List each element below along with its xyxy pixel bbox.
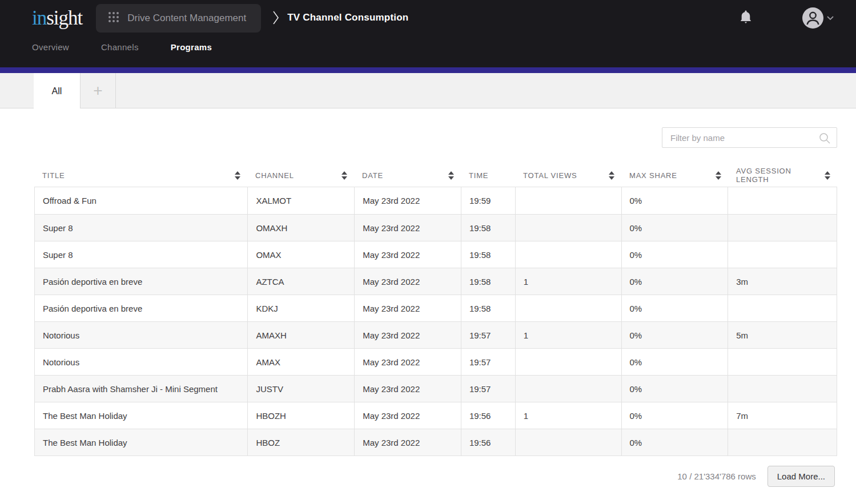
nav-item-overview[interactable]: Overview [32, 42, 69, 52]
view-tabstrip: All + [0, 73, 856, 108]
table-body: Offroad & Fun XALMOT May 23rd 2022 19:59… [34, 187, 837, 456]
nav-item-channels[interactable]: Channels [101, 42, 139, 52]
cell-title: Notorious [35, 322, 247, 348]
table-row[interactable]: Super 8 OMAX May 23rd 2022 19:58 0% [35, 241, 837, 268]
tab-all[interactable]: All [34, 73, 80, 109]
plus-icon: + [93, 82, 102, 100]
table-row[interactable]: Offroad & Fun XALMOT May 23rd 2022 19:59… [35, 187, 837, 214]
logo-text-white: sight [46, 7, 82, 29]
cell-date: May 23rd 2022 [354, 402, 461, 429]
cell-title: Offroad & Fun [35, 187, 247, 214]
sort-icon[interactable] [448, 171, 454, 180]
cell-date: May 23rd 2022 [354, 215, 461, 241]
cell-time: 19:59 [461, 187, 515, 214]
column-header-avg-session-length[interactable]: AVG SESSION LENGTH [728, 167, 837, 184]
cell-time: 19:58 [461, 215, 515, 241]
table-row[interactable]: Notorious AMAX May 23rd 2022 19:57 0% [35, 348, 837, 375]
cell-title: Pasión deportiva en breve [35, 295, 247, 321]
cell-title: Prabh Aasra with Shamsher Ji - Mini Segm… [35, 376, 247, 402]
cell-total-views [515, 295, 621, 321]
cell-total-views [515, 187, 621, 214]
load-more-button[interactable]: Load More... [767, 466, 835, 487]
cell-avg-session-length [728, 215, 837, 241]
accent-bar [0, 67, 856, 73]
cell-avg-session-length [728, 376, 837, 402]
cell-channel: AMAXH [247, 322, 354, 348]
filter-field [662, 127, 837, 148]
table-row[interactable]: The Best Man Holiday HBOZ May 23rd 2022 … [35, 429, 837, 455]
sort-icon[interactable] [235, 171, 240, 180]
cell-total-views [515, 429, 621, 455]
sort-icon[interactable] [609, 171, 614, 180]
cell-time: 19:56 [461, 429, 515, 455]
filter-input[interactable] [662, 127, 837, 148]
cell-date: May 23rd 2022 [354, 322, 461, 348]
cell-title: Pasión deportiva en breve [35, 268, 247, 295]
table-footer: 10 / 21'334'786 rows Load More... [0, 466, 835, 487]
cell-time: 19:58 [461, 268, 515, 295]
user-menu[interactable] [802, 7, 834, 29]
cell-avg-session-length [728, 295, 837, 321]
cell-max-share: 0% [621, 402, 728, 429]
page-title: TV Channel Consumption [287, 12, 408, 23]
app-switcher-label: Drive Content Management [127, 13, 246, 24]
cell-avg-session-length [728, 429, 837, 455]
sort-icon[interactable] [341, 171, 347, 180]
cell-time: 19:57 [461, 322, 515, 348]
primary-nav: Overview Channels Programs [0, 35, 856, 52]
cell-channel: AZTCA [247, 268, 354, 295]
cell-title: The Best Man Holiday [35, 429, 247, 455]
nav-item-programs[interactable]: Programs [171, 42, 212, 52]
column-header-channel[interactable]: CHANNEL [247, 171, 354, 180]
cell-channel: XALMOT [247, 187, 354, 214]
cell-time: 19:56 [461, 402, 515, 429]
row-count-label: 10 / 21'334'786 rows [677, 471, 756, 481]
column-header-max-share[interactable]: MAX SHARE [621, 171, 728, 180]
notifications-button[interactable] [737, 7, 754, 29]
cell-channel: HBOZ [247, 429, 354, 455]
add-tab-button[interactable]: + [80, 73, 116, 108]
column-header-date[interactable]: DATE [354, 171, 461, 180]
table-row[interactable]: Pasión deportiva en breve KDKJ May 23rd … [35, 295, 837, 321]
column-header-total-views[interactable]: TOTAL VIEWS [515, 171, 621, 180]
column-header-time: TIME [461, 171, 515, 180]
app-switcher-button[interactable]: Drive Content Management [96, 4, 261, 33]
cell-channel: JUSTV [247, 376, 354, 402]
sort-icon[interactable] [825, 171, 830, 180]
cell-channel: OMAXH [247, 215, 354, 241]
cell-max-share: 0% [621, 215, 728, 241]
cell-total-views: 1 [515, 268, 621, 295]
main-content: TITLE CHANNEL DATE TIME TOTAL VIEWS MAX … [0, 127, 856, 487]
cell-channel: OMAX [247, 241, 354, 268]
table-row[interactable]: The Best Man Holiday HBOZH May 23rd 2022… [35, 402, 837, 429]
cell-date: May 23rd 2022 [354, 187, 461, 214]
cell-max-share: 0% [621, 268, 728, 295]
table-row[interactable]: Notorious AMAXH May 23rd 2022 19:57 1 0%… [35, 321, 837, 348]
cell-total-views: 1 [515, 402, 621, 429]
table-row[interactable]: Super 8 OMAXH May 23rd 2022 19:58 0% [35, 214, 837, 241]
cell-max-share: 0% [621, 187, 728, 214]
cell-max-share: 0% [621, 322, 728, 348]
cell-total-views [515, 349, 621, 375]
cell-total-views [515, 376, 621, 402]
header-actions [737, 7, 834, 29]
cell-avg-session-length [728, 241, 837, 268]
cell-date: May 23rd 2022 [354, 376, 461, 402]
cell-max-share: 0% [621, 349, 728, 375]
table-row[interactable]: Prabh Aasra with Shamsher Ji - Mini Segm… [35, 375, 837, 402]
cell-avg-session-length [728, 187, 837, 214]
cell-title: Super 8 [35, 241, 247, 268]
table-row[interactable]: Pasión deportiva en breve AZTCA May 23rd… [35, 268, 837, 295]
cell-title: Notorious [35, 349, 247, 375]
logo-text-blue: in [32, 7, 46, 29]
cell-date: May 23rd 2022 [354, 241, 461, 268]
cell-channel: KDKJ [247, 295, 354, 321]
cell-title: Super 8 [35, 215, 247, 241]
cell-total-views [515, 215, 621, 241]
cell-total-views: 1 [515, 322, 621, 348]
cell-date: May 23rd 2022 [354, 349, 461, 375]
sort-icon[interactable] [716, 171, 721, 180]
column-header-title[interactable]: TITLE [34, 171, 247, 180]
grid-apps-icon [107, 11, 120, 26]
table-toolbar [0, 127, 837, 148]
